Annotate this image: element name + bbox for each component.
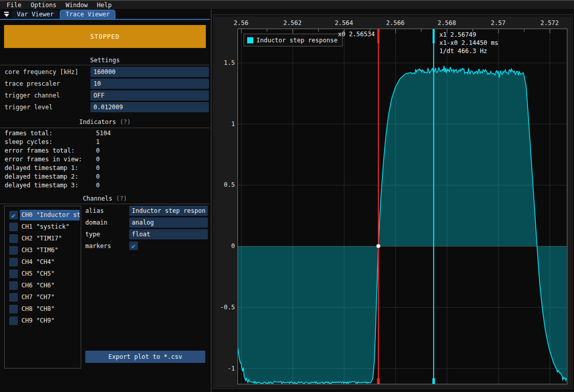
panel-divider[interactable]: [211, 10, 211, 392]
x-tick-label-5: 2.57: [491, 19, 506, 27]
indicator-value-1: 1: [96, 138, 100, 145]
x-tick-label-1: 2.562: [283, 19, 302, 27]
channels-header: Channels (?): [0, 195, 210, 202]
y-tick-label-2: 0.5: [214, 181, 235, 188]
channel-label-1[interactable]: CH1 "systick": [20, 222, 80, 232]
channel-label-4[interactable]: CH4 "CH4": [20, 257, 80, 267]
export-csv-button[interactable]: Export plot to *.csv: [85, 351, 205, 363]
channel-checkbox-6[interactable]: [9, 281, 18, 290]
markers-checkbox[interactable]: ✔: [129, 241, 138, 250]
indicator-label-6: delayed timestamp 3:: [5, 182, 79, 189]
menubar: FileOptionsWindowHelp: [0, 1, 574, 10]
channel-checkbox-3[interactable]: [9, 246, 18, 255]
channel-row-0[interactable]: ✔CH0 "Inductor st: [5, 209, 81, 221]
setting-label-0: core frequency [kHz]: [5, 67, 79, 77]
setting-input-2[interactable]: [90, 90, 209, 101]
indicator-value-5: 0: [96, 173, 100, 180]
trace-point-marker: [376, 244, 380, 248]
channel-checkbox-7[interactable]: [9, 293, 18, 302]
plot-area[interactable]: Inductor step response x0 2.56534 x1 2.5…: [238, 29, 567, 384]
setting-input-0[interactable]: [90, 67, 209, 77]
indicator-label-2: error frames total:: [5, 147, 75, 154]
channel-checkbox-9[interactable]: [9, 316, 18, 325]
channel-row-7[interactable]: CH7 "CH7": [5, 291, 81, 303]
alias-label: alias: [85, 206, 104, 216]
channel-checkbox-2[interactable]: [9, 234, 18, 243]
acquisition-status-button[interactable]: STOPPED: [4, 25, 206, 48]
app-window: FileOptionsWindowHelp Var ViewerTrace Vi…: [0, 0, 574, 392]
channel-label-8[interactable]: CH8 "CH8": [20, 304, 80, 314]
legend-label: Inductor step response: [256, 37, 338, 44]
channel-row-8[interactable]: CH8 "CH8": [5, 303, 81, 315]
indicator-label-0: frames total:: [5, 130, 53, 137]
channel-label-3[interactable]: CH3 "TIM6": [20, 245, 80, 256]
legend-swatch-icon: [247, 37, 253, 43]
menu-item-options[interactable]: Options: [26, 1, 61, 10]
x-axis-ticks: [242, 29, 550, 33]
domain-input[interactable]: [129, 217, 208, 228]
indicator-value-6: 0: [96, 182, 100, 189]
channel-list: ✔CH0 "Inductor stCH1 "systick"CH2 "TIM17…: [4, 206, 81, 369]
marker-x0-line[interactable]: [377, 29, 379, 384]
setting-label-3: trigger level: [5, 102, 53, 112]
setting-label-2: trigger channel: [5, 90, 60, 101]
marker-x1-line-bottom-handle[interactable]: [433, 378, 435, 384]
setting-input-3[interactable]: [90, 102, 209, 112]
tabbar: Var ViewerTrace Viewer: [0, 10, 210, 19]
waveform-fill: [238, 66, 567, 384]
channel-label-6[interactable]: CH6 "CH6": [20, 280, 80, 291]
indicator-value-3: 0: [96, 156, 100, 163]
channels-separator: [0, 204, 210, 204]
channel-checkbox-4[interactable]: [9, 258, 18, 266]
channel-checkbox-0[interactable]: ✔: [9, 211, 18, 219]
indicator-value-4: 0: [96, 164, 100, 172]
channel-checkbox-1[interactable]: [9, 223, 18, 231]
channel-row-4[interactable]: CH4 "CH4": [5, 256, 81, 268]
plot-legend[interactable]: Inductor step response: [244, 34, 343, 46]
alias-input[interactable]: [129, 206, 208, 216]
setting-input-1[interactable]: [90, 79, 209, 89]
y-tick-label-3: 0: [214, 242, 235, 250]
indicator-label-4: delayed timestamp 1:: [5, 164, 79, 172]
channel-checkbox-5[interactable]: [9, 270, 18, 278]
channel-label-5[interactable]: CH5 "CH5": [20, 268, 80, 279]
y-tick-label-1: 1: [214, 120, 235, 128]
channel-row-2[interactable]: CH2 "TIM17": [5, 233, 81, 244]
menu-item-window[interactable]: Window: [61, 1, 92, 10]
indicator-label-1: sleep cycles:: [5, 138, 53, 145]
channel-checkbox-8[interactable]: [9, 305, 18, 313]
channel-label-2[interactable]: CH2 "TIM17": [20, 233, 80, 244]
channel-label-0[interactable]: CH0 "Inductor st: [20, 210, 80, 220]
left-panel: Var ViewerTrace Viewer STOPPED Settings …: [0, 10, 210, 392]
channel-row-1[interactable]: CH1 "systick": [5, 221, 81, 233]
type-input[interactable]: [129, 229, 208, 239]
channel-label-9[interactable]: CH9 "CH9": [20, 315, 80, 326]
marker-x0-line-bottom-handle[interactable]: [377, 378, 379, 384]
menu-item-help[interactable]: Help: [92, 1, 116, 10]
type-label: type: [85, 229, 100, 239]
indicators-separator: [0, 128, 210, 128]
y-tick-label-5: -1: [214, 365, 235, 372]
marker-x0-line-top-handle[interactable]: [377, 29, 379, 43]
channel-label-7[interactable]: CH7 "CH7": [20, 292, 80, 303]
indicator-label-5: delayed timestamp 2:: [5, 173, 79, 180]
channel-row-9[interactable]: CH9 "CH9": [5, 315, 81, 327]
menu-item-file[interactable]: File: [2, 1, 26, 10]
settings-separator: [0, 65, 210, 65]
x-tick-label-4: 2.568: [438, 19, 456, 27]
indicator-value-2: 0: [96, 147, 100, 154]
tab-var-viewer[interactable]: Var Viewer: [12, 10, 59, 19]
tab-trace-viewer[interactable]: Trace Viewer: [60, 10, 115, 19]
tab-list-arrow-icon[interactable]: [2, 10, 11, 18]
x-tick-label-2: 2.564: [334, 19, 353, 27]
indicator-value-0: 5104: [96, 130, 111, 137]
indicator-label-3: error frames in view:: [5, 156, 82, 163]
channel-row-3[interactable]: CH3 "TIM6": [5, 244, 81, 256]
marker-x1-line-top-handle[interactable]: [433, 29, 435, 43]
indicators-header: Indicators (?): [0, 118, 210, 126]
marker-x1-annotation: x1 2.56749 x1-x0 2.14450 ms 1/dt 466.3 H…: [439, 31, 498, 55]
channel-row-6[interactable]: CH6 "CH6": [5, 280, 81, 291]
channel-row-5[interactable]: CH5 "CH5": [5, 268, 81, 280]
x-tick-label-3: 2.566: [386, 19, 404, 27]
waveform-svg: [238, 29, 567, 384]
